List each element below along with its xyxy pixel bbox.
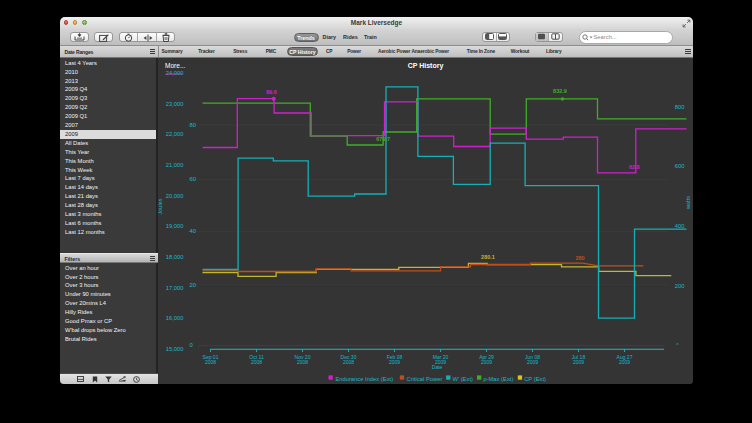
svg-text:2009: 2009 <box>526 358 537 364</box>
svg-text:20,000: 20,000 <box>165 192 183 198</box>
svg-text:800: 800 <box>674 103 684 109</box>
svg-text:2009: 2009 <box>618 358 629 364</box>
svg-text:24,000: 24,000 <box>165 69 183 75</box>
svg-text:19,000: 19,000 <box>165 223 183 229</box>
svg-text:2008: 2008 <box>204 358 215 364</box>
svg-text:21,000: 21,000 <box>165 161 183 167</box>
svg-text:More...: More... <box>165 62 185 69</box>
svg-text:Endurance Index (Ext): Endurance Index (Ext) <box>335 375 393 381</box>
svg-text:2008: 2008 <box>342 358 353 364</box>
svg-text:60: 60 <box>189 176 195 182</box>
svg-text:p-Max (Ext): p-Max (Ext) <box>483 375 513 381</box>
svg-text:2009: 2009 <box>480 358 491 364</box>
svg-text:23,000: 23,000 <box>165 100 183 106</box>
svg-text:280: 280 <box>575 254 584 260</box>
svg-text:20: 20 <box>189 281 195 287</box>
svg-text:W' (Ext): W' (Ext) <box>452 375 472 381</box>
svg-text:Joules: Joules <box>158 198 163 214</box>
svg-text:2009: 2009 <box>388 358 399 364</box>
svg-text:2008: 2008 <box>250 358 261 364</box>
svg-text:280.1: 280.1 <box>481 253 495 259</box>
svg-text:679.7: 679.7 <box>376 135 390 141</box>
svg-text:400: 400 <box>674 223 684 229</box>
svg-text:18,000: 18,000 <box>165 254 183 260</box>
svg-text:CP (Ext): CP (Ext) <box>524 375 546 381</box>
svg-text:15,000: 15,000 <box>165 346 183 352</box>
svg-text:80: 80 <box>189 122 195 128</box>
svg-text:17,000: 17,000 <box>165 284 183 290</box>
svg-text:600: 600 <box>674 163 684 169</box>
svg-text:Date: Date <box>431 364 442 370</box>
svg-text:CP History: CP History <box>407 62 443 70</box>
svg-text:0: 0 <box>189 342 192 348</box>
svg-text:2009: 2009 <box>572 358 583 364</box>
svg-text:16,000: 16,000 <box>165 315 183 321</box>
svg-text:2008: 2008 <box>296 358 307 364</box>
svg-text:89.6: 89.6 <box>266 89 277 95</box>
svg-text:watts: watts <box>684 195 690 209</box>
svg-text:62.8: 62.8 <box>628 164 639 170</box>
svg-text:832.9: 832.9 <box>553 88 567 94</box>
svg-text:40: 40 <box>189 228 195 234</box>
svg-text:Critical Power: Critical Power <box>406 375 442 381</box>
svg-text:200: 200 <box>674 282 684 288</box>
svg-text:22,000: 22,000 <box>165 131 183 137</box>
